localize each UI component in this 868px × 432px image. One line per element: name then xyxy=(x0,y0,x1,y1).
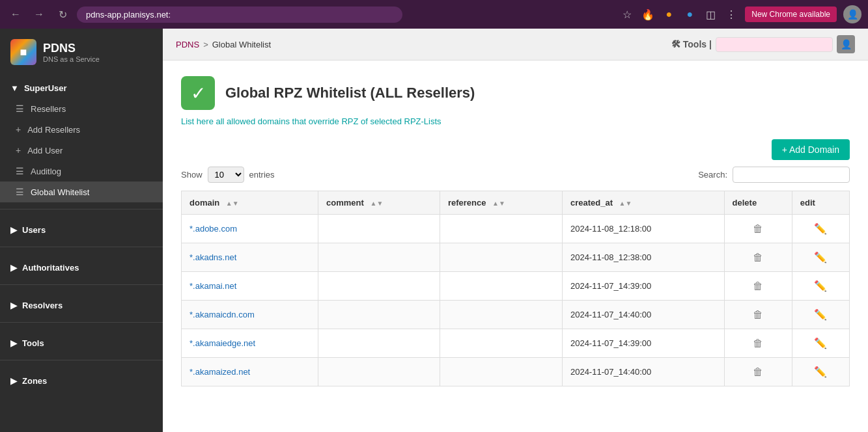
page-content: ✓ Global RPZ Whitelist (ALL Resellers) L… xyxy=(163,61,868,432)
sidebar-item-auditlog[interactable]: ☰ Auditlog xyxy=(0,161,163,182)
cell-reference xyxy=(440,358,562,386)
domain-link[interactable]: *.adobe.com xyxy=(189,224,237,234)
cell-delete: 🗑 xyxy=(724,272,792,301)
domain-link[interactable]: *.akamaized.net xyxy=(189,367,250,377)
domain-link[interactable]: *.akamaiedge.net xyxy=(189,338,255,348)
cell-reference xyxy=(440,215,562,243)
cell-delete: 🗑 xyxy=(724,329,792,358)
sidebar-section-header-users[interactable]: ▶ Users xyxy=(0,220,163,240)
breadcrumb-current: Global Whitelist xyxy=(212,40,271,49)
search-label: Search: xyxy=(698,170,727,180)
extension-icon4[interactable]: ◫ xyxy=(703,7,718,21)
cell-comment xyxy=(318,301,440,329)
reload-button[interactable]: ↻ xyxy=(53,5,72,23)
sidebar-item-global-whitelist[interactable]: ☰ Global Whitelist xyxy=(0,182,163,202)
edit-button[interactable]: ✏️ xyxy=(811,221,830,236)
search-input[interactable] xyxy=(733,167,850,183)
chevron-right-icon-auth: ▶ xyxy=(10,263,17,273)
cell-comment xyxy=(318,329,440,358)
list-icon-3: ☰ xyxy=(16,187,24,197)
edit-button[interactable]: ✏️ xyxy=(811,307,830,322)
sidebar-item-add-user[interactable]: + Add User xyxy=(0,140,163,161)
extension-icon2[interactable]: ● xyxy=(662,7,676,21)
col-reference[interactable]: reference ▲▼ xyxy=(440,191,562,215)
cell-domain: *.akamaiedge.net xyxy=(182,329,318,358)
domain-link[interactable]: *.akamaicdn.com xyxy=(189,310,255,319)
extension-icon3[interactable]: ● xyxy=(682,7,697,21)
sidebar-divider-1 xyxy=(0,209,163,209)
cell-comment xyxy=(318,358,440,386)
forward-button[interactable]: → xyxy=(30,5,48,23)
cell-domain: *.adobe.com xyxy=(182,215,318,243)
delete-button[interactable]: 🗑 xyxy=(750,279,766,293)
table-row: *.akadns.net 2024-11-08_12:38:00 🗑 ✏️ xyxy=(182,243,850,272)
delete-button[interactable]: 🗑 xyxy=(750,250,766,265)
sidebar-section-authoritatives: ▶ Authoritatives xyxy=(0,251,163,280)
cell-edit: ✏️ xyxy=(792,329,849,358)
plus-icon-2: + xyxy=(16,145,21,155)
edit-button[interactable]: ✏️ xyxy=(811,250,830,265)
sidebar-section-header-tools[interactable]: ▶ Tools xyxy=(0,333,163,353)
cell-created-at: 2024-11-07_14:40:00 xyxy=(562,358,724,386)
cell-created-at: 2024-11-08_12:18:00 xyxy=(562,215,724,243)
url-bar[interactable] xyxy=(77,7,402,23)
cell-edit: ✏️ xyxy=(792,358,849,386)
add-domain-button[interactable]: + Add Domain xyxy=(772,139,850,160)
sidebar-item-add-resellers[interactable]: + Add Resellers xyxy=(0,119,163,140)
col-comment[interactable]: comment ▲▼ xyxy=(318,191,440,215)
tools-search-input[interactable] xyxy=(716,37,833,52)
back-button[interactable]: ← xyxy=(7,5,25,23)
main-area: PDNS > Global Whitelist 🛠 Tools | 👤 ✓ Gl… xyxy=(163,29,868,432)
profile-avatar[interactable]: 👤 xyxy=(843,5,861,23)
cell-comment xyxy=(318,272,440,301)
delete-button[interactable]: 🗑 xyxy=(750,336,766,351)
table-header-row: domain ▲▼ comment ▲▼ reference ▲▼ crea xyxy=(182,191,850,215)
chrome-available-button[interactable]: New Chrome available xyxy=(745,7,837,22)
cell-domain: *.akadns.net xyxy=(182,243,318,272)
chevron-right-icon-users: ▶ xyxy=(10,225,17,235)
table-row: *.akamai.net 2024-11-07_14:39:00 🗑 ✏️ xyxy=(182,272,850,301)
plus-icon: + xyxy=(16,124,21,135)
delete-button[interactable]: 🗑 xyxy=(750,365,766,379)
sidebar: ■ PDNS DNS as a Service ▼ SuperUser ☰ Re… xyxy=(0,29,163,432)
sidebar-section-header-authoritatives[interactable]: ▶ Authoritatives xyxy=(0,258,163,278)
delete-button[interactable]: 🗑 xyxy=(750,222,766,236)
menu-icon[interactable]: ⋮ xyxy=(724,7,738,21)
cell-edit: ✏️ xyxy=(792,243,849,272)
sidebar-section-header-superuser[interactable]: ▼ SuperUser xyxy=(0,78,163,98)
col-created-at[interactable]: created_at ▲▼ xyxy=(562,191,724,215)
show-label: Show xyxy=(181,170,203,180)
cell-edit: ✏️ xyxy=(792,272,849,301)
col-delete: delete xyxy=(724,191,792,215)
page-header: ✓ Global RPZ Whitelist (ALL Resellers) xyxy=(181,76,850,110)
sidebar-section-header-resolvers[interactable]: ▶ Resolvers xyxy=(0,295,163,316)
sidebar-section-header-zones[interactable]: ▶ Zones xyxy=(0,371,163,391)
table-body: *.adobe.com 2024-11-08_12:18:00 🗑 ✏️ *.a… xyxy=(182,215,850,386)
extension-icon1[interactable]: 🔥 xyxy=(641,7,655,21)
domain-link[interactable]: *.akadns.net xyxy=(189,252,236,262)
star-icon[interactable]: ☆ xyxy=(620,7,634,21)
domain-link[interactable]: *.akamai.net xyxy=(189,281,236,291)
col-domain[interactable]: domain ▲▼ xyxy=(182,191,318,215)
sidebar-logo: ■ PDNS DNS as a Service xyxy=(0,29,163,72)
chevron-right-icon-resolvers: ▶ xyxy=(10,301,17,310)
cell-edit: ✏️ xyxy=(792,215,849,243)
sidebar-item-resellers[interactable]: ☰ Resellers xyxy=(0,98,163,119)
tools-user-avatar[interactable]: 👤 xyxy=(837,35,855,53)
cell-domain: *.akamaicdn.com xyxy=(182,301,318,329)
breadcrumb-home[interactable]: PDNS xyxy=(176,40,199,49)
delete-button[interactable]: 🗑 xyxy=(750,308,766,322)
list-icon: ☰ xyxy=(16,103,24,114)
table-row: *.akamaicdn.com 2024-11-07_14:40:00 🗑 ✏️ xyxy=(182,301,850,329)
edit-button[interactable]: ✏️ xyxy=(811,364,830,379)
browser-chrome: ← → ↻ ☆ 🔥 ● ● ◫ ⋮ New Chrome available 👤 xyxy=(0,0,868,29)
app-logo-icon: ■ xyxy=(10,39,36,65)
app-name: PDNS xyxy=(43,42,100,55)
data-table: domain ▲▼ comment ▲▼ reference ▲▼ crea xyxy=(181,191,850,386)
tools-bar: 🛠 Tools | 👤 xyxy=(671,35,855,53)
edit-button[interactable]: ✏️ xyxy=(811,278,830,293)
cell-delete: 🗑 xyxy=(724,301,792,329)
cell-reference xyxy=(440,243,562,272)
entries-select[interactable]: 10 25 50 100 xyxy=(208,167,244,183)
edit-button[interactable]: ✏️ xyxy=(811,336,830,351)
